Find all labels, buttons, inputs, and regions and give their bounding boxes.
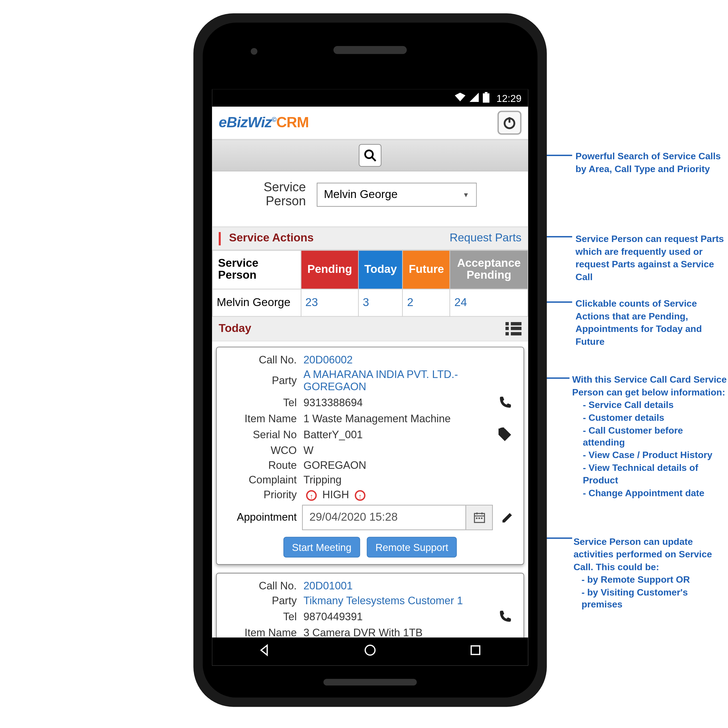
- annotation-update: Service Person can update activities per…: [574, 535, 727, 611]
- square-recents-icon: [468, 643, 483, 658]
- back-button[interactable]: [257, 643, 272, 661]
- calendar-icon: [473, 511, 485, 523]
- calendar-button[interactable]: [465, 506, 492, 529]
- start-meeting-button[interactable]: Start Meeting: [283, 537, 360, 557]
- label-party: Party: [223, 595, 297, 607]
- value-party[interactable]: Tikmany Telesystems Customer 1: [303, 595, 486, 607]
- value-serial: BatterY_001: [303, 429, 486, 440]
- call-button[interactable]: [493, 395, 517, 410]
- search-button[interactable]: [359, 144, 381, 167]
- annotation-card-item: - View Case / Product History: [583, 449, 727, 462]
- power-button[interactable]: [497, 111, 521, 135]
- svg-rect-12: [478, 517, 480, 519]
- status-clock: 12:29: [497, 92, 522, 104]
- service-person-selected: Melvin George: [324, 188, 398, 202]
- value-priority: ↑ HIGH ↑: [303, 489, 486, 500]
- th-service-person: Service Person: [212, 250, 301, 289]
- th-future: Future: [403, 250, 450, 289]
- triangle-back-icon: [257, 643, 272, 658]
- svg-rect-1: [483, 93, 490, 102]
- signal-icon: [470, 92, 479, 104]
- annotation-card-item: - Customer details: [583, 411, 727, 424]
- svg-rect-15: [471, 646, 480, 654]
- appointment-input[interactable]: 29/04/2020 15:28: [302, 505, 493, 530]
- label-serial: Serial No: [223, 429, 297, 440]
- power-icon: [502, 115, 517, 130]
- annotation-card: With this Service Call Card Service Pers…: [572, 373, 728, 499]
- camera-dot: [251, 48, 257, 55]
- label-route: Route: [223, 459, 297, 471]
- svg-point-4: [365, 150, 373, 158]
- value-route: GOREGAON: [303, 459, 486, 471]
- value-complaint: Tripping: [303, 474, 486, 486]
- pencil-icon: [501, 511, 514, 524]
- count-future[interactable]: 2: [403, 289, 450, 317]
- th-acceptance-pending: Acceptance Pending: [450, 250, 528, 289]
- home-button[interactable]: [363, 643, 378, 661]
- count-pending[interactable]: 23: [301, 289, 358, 317]
- label-tel: Tel: [223, 611, 297, 622]
- annotation-card-item: - Change Appointment date: [583, 487, 727, 499]
- speaker-top: [333, 46, 407, 54]
- annotation-update-item: - by Visiting Customer's premises: [581, 586, 728, 611]
- value-wco: W: [303, 445, 486, 457]
- screen: 12:29 eBizWiz©CRM Service Person: [212, 89, 528, 666]
- wifi-icon: [455, 92, 466, 104]
- value-party[interactable]: A MAHARANA INDIA PVT. LTD.-GOREGAON: [303, 369, 486, 393]
- battery-icon: [483, 92, 490, 104]
- label-wco: WCO: [223, 445, 297, 457]
- annotation-card-title: With this Service Call Card Service Pers…: [572, 373, 728, 399]
- tag-button[interactable]: [493, 427, 517, 442]
- appointment-value: 29/04/2020 15:28: [303, 506, 466, 529]
- priority-up-icon: ↑: [355, 490, 366, 500]
- status-bar: 12:29: [212, 89, 528, 107]
- remote-support-button[interactable]: Remote Support: [367, 537, 457, 557]
- circle-home-icon: [363, 643, 378, 658]
- service-person-select[interactable]: Melvin George: [317, 183, 477, 206]
- svg-rect-13: [481, 517, 482, 519]
- table-row: Melvin George 23 3 2 24: [212, 289, 528, 317]
- app-logo: eBizWiz©CRM: [219, 114, 309, 132]
- tag-icon: [497, 427, 512, 442]
- value-item: 3 Camera DVR With 1TB: [303, 627, 486, 638]
- label-party: Party: [223, 375, 297, 387]
- cards-area: Call No. 20D06002 Party A MAHARANA INDIA…: [212, 341, 528, 638]
- value-call-no[interactable]: 20D06002: [303, 354, 486, 366]
- th-pending: Pending: [301, 250, 358, 289]
- label-complaint: Complaint: [223, 474, 297, 486]
- label-appointment: Appointment: [223, 511, 297, 523]
- call-button[interactable]: [493, 609, 517, 624]
- app-header: eBizWiz©CRM: [212, 107, 528, 139]
- android-nav-bar: [212, 638, 528, 665]
- today-bar: Today: [212, 317, 528, 341]
- service-actions-table: Service Person Pending Today Future Acce…: [212, 250, 528, 317]
- svg-rect-0: [485, 92, 488, 93]
- count-acceptance[interactable]: 24: [450, 289, 528, 317]
- label-item: Item Name: [223, 413, 297, 425]
- svg-point-14: [365, 645, 375, 655]
- annotation-update-title: Service Person can update activities per…: [574, 535, 727, 574]
- label-call-no: Call No.: [223, 354, 297, 366]
- speaker-bottom: [324, 679, 417, 685]
- annotation-card-item: - View Technical details of Product: [583, 462, 727, 487]
- service-call-card[interactable]: Call No. 20D01001 Party Tikmany Telesyst…: [216, 573, 524, 638]
- count-today[interactable]: 3: [358, 289, 403, 317]
- svg-rect-11: [476, 517, 477, 519]
- annotation-counts: Clickable counts of Service Actions that…: [575, 297, 727, 348]
- service-call-card[interactable]: Call No. 20D06002 Party A MAHARANA INDIA…: [216, 347, 524, 565]
- recents-button[interactable]: [468, 643, 483, 661]
- label-call-no: Call No.: [223, 580, 297, 592]
- label-tel: Tel: [223, 397, 297, 408]
- annotation-request-parts: Service Person can request Parts which a…: [575, 232, 727, 283]
- request-parts-link[interactable]: Request Parts: [450, 231, 522, 245]
- today-title: Today: [219, 322, 251, 335]
- value-tel: 9313388694: [303, 397, 486, 408]
- service-person-row: Service Person Melvin George: [212, 171, 528, 227]
- list-view-icon[interactable]: [506, 322, 522, 335]
- service-person-label: Service Person: [263, 181, 306, 209]
- phone-frame: 12:29 eBizWiz©CRM Service Person: [193, 14, 547, 707]
- value-call-no[interactable]: 20D01001: [303, 580, 486, 592]
- cell-name: Melvin George: [212, 289, 301, 317]
- edit-appointment-button[interactable]: [498, 511, 517, 524]
- annotation-card-item: - Call Customer before attending: [583, 424, 727, 449]
